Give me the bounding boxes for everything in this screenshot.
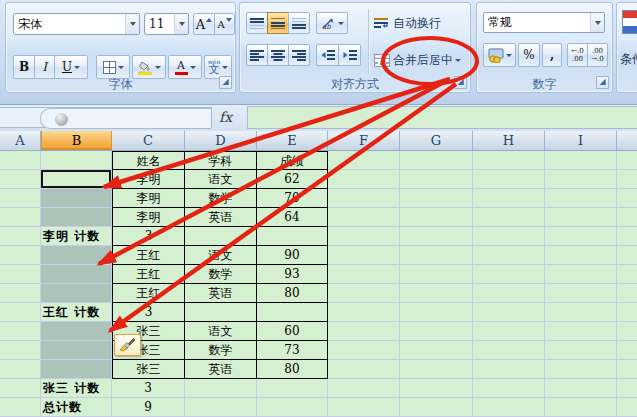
cell-J14[interactable] — [617, 398, 637, 417]
cell-B6[interactable] — [41, 246, 112, 265]
cell-I4[interactable] — [545, 208, 617, 227]
cell-D3[interactable]: 数学 — [185, 189, 257, 208]
cell-G8[interactable] — [400, 284, 473, 303]
align-center-button[interactable] — [267, 44, 289, 66]
cell-E14[interactable] — [257, 398, 328, 417]
font-color-button[interactable]: A — [168, 55, 202, 79]
bold-button[interactable]: B — [13, 55, 35, 79]
cell-A14[interactable] — [0, 398, 41, 417]
cell-E3[interactable]: 70 — [257, 189, 328, 208]
cell-H11[interactable] — [473, 341, 545, 360]
cell-D7[interactable]: 数学 — [185, 265, 257, 284]
underline-dropdown-icon[interactable] — [74, 66, 80, 69]
fill-color-button[interactable] — [132, 55, 166, 79]
cell-C1[interactable]: 姓名 — [112, 151, 185, 170]
cell-A1[interactable] — [0, 151, 41, 170]
column-header-D[interactable]: D — [185, 131, 257, 150]
cell-G14[interactable] — [400, 398, 473, 417]
cell-J1[interactable] — [617, 151, 637, 170]
fill-dropdown-icon[interactable] — [155, 66, 161, 69]
cell-E2[interactable]: 62 — [257, 170, 328, 189]
cell-I14[interactable] — [545, 398, 617, 417]
cell-E1[interactable]: 成绩 — [257, 151, 328, 170]
font-dialog-launcher[interactable]: ◢ — [219, 76, 232, 89]
cell-E9[interactable] — [257, 303, 328, 322]
cell-B13[interactable]: 张三 计数 — [41, 379, 112, 398]
cell-G4[interactable] — [400, 208, 473, 227]
number-dialog-launcher[interactable]: ◢ — [596, 76, 609, 89]
align-top-button[interactable] — [246, 12, 268, 34]
italic-button[interactable]: I — [34, 55, 55, 79]
decrease-decimal-button[interactable]: .00 →.0 — [587, 43, 608, 67]
name-box[interactable] — [0, 107, 212, 128]
cell-B10[interactable] — [41, 322, 112, 341]
cell-I2[interactable] — [545, 170, 617, 189]
cell-B7[interactable] — [41, 265, 112, 284]
cell-I8[interactable] — [545, 284, 617, 303]
underline-button[interactable]: U — [54, 55, 88, 79]
cell-J3[interactable] — [617, 189, 637, 208]
cell-C12[interactable]: 张三 — [112, 360, 185, 379]
increase-decimal-button[interactable]: ←.0 .00 — [567, 43, 588, 67]
fx-icon[interactable]: fx — [219, 109, 232, 125]
orientation-button[interactable]: ab — [316, 12, 348, 34]
increase-indent-button[interactable] — [338, 44, 361, 66]
cell-B2[interactable] — [41, 170, 112, 189]
cell-F11[interactable] — [328, 341, 400, 360]
font-color-dropdown-icon[interactable] — [190, 66, 196, 69]
cell-A2[interactable] — [0, 170, 41, 189]
cell-J8[interactable] — [617, 284, 637, 303]
cell-J4[interactable] — [617, 208, 637, 227]
cell-D10[interactable]: 语文 — [185, 322, 257, 341]
cell-G7[interactable] — [400, 265, 473, 284]
cell-I11[interactable] — [545, 341, 617, 360]
cell-H3[interactable] — [473, 189, 545, 208]
cell-D8[interactable]: 英语 — [185, 284, 257, 303]
cell-H12[interactable] — [473, 360, 545, 379]
wrap-text-button[interactable]: 自动换行 — [374, 13, 468, 33]
cell-A8[interactable] — [0, 284, 41, 303]
currency-dropdown-icon[interactable] — [506, 54, 512, 57]
font-size-dropdown-icon[interactable] — [174, 14, 188, 34]
font-name-combo[interactable]: 宋体 — [13, 13, 140, 35]
percent-button[interactable]: % — [518, 43, 540, 67]
conditional-formatting-button[interactable] — [622, 10, 637, 34]
comma-button[interactable]: , — [542, 43, 562, 67]
cell-A6[interactable] — [0, 246, 41, 265]
phonetic-dropdown-icon[interactable] — [222, 66, 228, 69]
cell-J5[interactable] — [617, 227, 637, 246]
cell-A13[interactable] — [0, 379, 41, 398]
cell-J13[interactable] — [617, 379, 637, 398]
cell-C8[interactable]: 王红 — [112, 284, 185, 303]
cell-E13[interactable] — [257, 379, 328, 398]
cell-H2[interactable] — [473, 170, 545, 189]
cell-C4[interactable]: 李明 — [112, 208, 185, 227]
cell-H10[interactable] — [473, 322, 545, 341]
cell-G3[interactable] — [400, 189, 473, 208]
cell-I6[interactable] — [545, 246, 617, 265]
cell-B8[interactable] — [41, 284, 112, 303]
column-header-partial[interactable] — [617, 131, 637, 150]
grow-font-button[interactable]: A — [193, 13, 215, 35]
cell-F13[interactable] — [328, 379, 400, 398]
cell-E10[interactable]: 60 — [257, 322, 328, 341]
cell-F9[interactable] — [328, 303, 400, 322]
cell-B11[interactable] — [41, 341, 112, 360]
cell-G5[interactable] — [400, 227, 473, 246]
cell-E4[interactable]: 64 — [257, 208, 328, 227]
cell-C5[interactable]: 3 — [112, 227, 185, 246]
cell-I9[interactable] — [545, 303, 617, 322]
cell-J12[interactable] — [617, 360, 637, 379]
column-header-C[interactable]: C — [112, 131, 185, 150]
cell-A3[interactable] — [0, 189, 41, 208]
cell-H6[interactable] — [473, 246, 545, 265]
cell-F5[interactable] — [328, 227, 400, 246]
cell-I12[interactable] — [545, 360, 617, 379]
cell-E7[interactable]: 93 — [257, 265, 328, 284]
cell-D1[interactable]: 学科 — [185, 151, 257, 170]
cell-A10[interactable] — [0, 322, 41, 341]
cell-F12[interactable] — [328, 360, 400, 379]
column-header-G[interactable]: G — [400, 131, 473, 150]
cell-I3[interactable] — [545, 189, 617, 208]
cell-F8[interactable] — [328, 284, 400, 303]
